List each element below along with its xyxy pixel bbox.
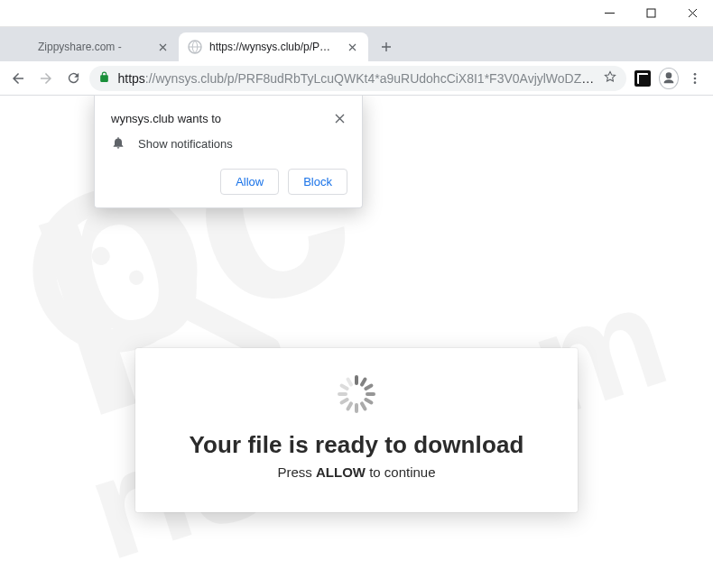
browser-menu-button[interactable] xyxy=(684,66,706,91)
svg-rect-1 xyxy=(647,9,655,17)
svg-point-6 xyxy=(26,182,204,360)
minimize-button[interactable] xyxy=(588,0,630,26)
close-tab-button[interactable] xyxy=(155,40,170,54)
svg-point-8 xyxy=(89,244,112,267)
svg-point-3 xyxy=(693,73,696,76)
loading-spinner-icon xyxy=(338,375,375,413)
tab-title: https://wynsys.club/p/PRF8udRb xyxy=(209,41,338,53)
svg-point-5 xyxy=(693,81,696,84)
download-card: Your file is ready to download Press ALL… xyxy=(135,348,578,512)
tab-zippyshare[interactable]: Zippyshare.com - xyxy=(7,32,179,61)
block-notifications-button[interactable]: Block xyxy=(288,169,347,195)
notification-permission-popup: wynsys.club wants to Show notifications … xyxy=(94,96,363,208)
card-heading: Your file is ready to download xyxy=(157,431,556,459)
lock-icon xyxy=(98,71,110,86)
tab-strip: Zippyshare.com - https://wynsys.club/p/P… xyxy=(0,27,713,61)
svg-point-9 xyxy=(127,269,145,287)
allow-notifications-button[interactable]: Allow xyxy=(220,169,279,195)
profile-avatar-button[interactable] xyxy=(659,68,678,89)
svg-point-4 xyxy=(693,77,696,79)
permission-origin: wynsys.club wants to xyxy=(111,112,221,125)
bookmark-star-icon[interactable] xyxy=(603,69,617,87)
close-permission-button[interactable] xyxy=(331,110,347,126)
address-bar[interactable]: https://wynsys.club/p/PRF8udRbTyLcuQWKt4… xyxy=(89,66,625,91)
reload-button[interactable] xyxy=(62,66,84,91)
back-button[interactable] xyxy=(7,66,29,91)
permission-kind: Show notifications xyxy=(138,137,233,151)
url-text: https://wynsys.club/p/PRF8udRbTyLcuQWKt4… xyxy=(117,71,595,86)
maximize-button[interactable] xyxy=(630,0,671,26)
window-titlebar xyxy=(0,0,713,27)
browser-toolbar: https://wynsys.club/p/PRF8udRbTyLcuQWKt4… xyxy=(0,61,713,96)
tab-favicon xyxy=(16,40,31,54)
tab-title: Zippyshare.com - xyxy=(38,41,148,53)
extension-icon[interactable] xyxy=(632,66,653,91)
tab-wynsys[interactable]: https://wynsys.club/p/PRF8udRb xyxy=(179,32,368,61)
page-content: pc risk.com Your file is ready to downlo… xyxy=(0,96,713,588)
card-subtext: Press ALLOW to continue xyxy=(157,464,556,480)
url-scheme: https xyxy=(117,71,144,86)
url-rest: ://wynsys.club/p/PRF8udRbTyLcuQWKt4*a9uR… xyxy=(145,71,596,86)
tab-favicon xyxy=(188,40,202,54)
close-tab-button[interactable] xyxy=(345,40,359,54)
bell-icon xyxy=(111,135,125,152)
new-tab-button[interactable] xyxy=(374,34,399,60)
forward-button[interactable] xyxy=(34,66,56,91)
close-window-button[interactable] xyxy=(671,0,713,26)
svg-point-10 xyxy=(87,288,103,304)
